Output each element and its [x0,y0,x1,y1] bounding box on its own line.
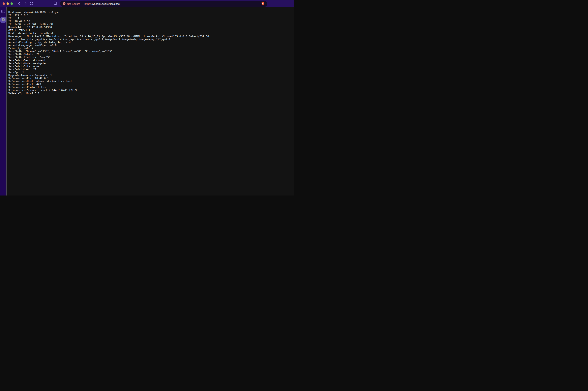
new-tab-button[interactable] [2,28,4,31]
forward-button[interactable] [23,1,28,6]
url-bar-right-controls [259,1,265,6]
sidebar-divider [0,25,6,25]
sidebar-panel-icon [1,10,5,14]
page-content: Hostname: whoami-76c9859cfc-2rgxz IP: 12… [7,7,294,196]
bookmark-icon [54,1,57,6]
back-icon [17,1,21,6]
reload-icon [30,1,33,6]
response-text: Hostname: whoami-76c9859cfc-2rgxz IP: 12… [7,11,294,95]
url-bar[interactable]: Not Secure https://whoami.docker.localho… [60,1,267,7]
url-scheme: https [84,2,90,5]
url-scheme-separator: :// [90,2,92,5]
plus-icon [2,28,4,31]
globe-icon [1,18,5,22]
forward-icon [24,1,27,6]
window-controls [2,2,13,5]
url-text: https://whoami.docker.localhost [84,2,120,5]
close-window-button[interactable] [2,2,5,5]
url-bar-divider [259,2,259,5]
vertical-tab-sidebar [0,7,6,196]
bookmark-panel-button[interactable] [53,1,57,6]
sidebar-toggle-button[interactable] [1,10,5,14]
browser-toolbar: Not Secure https://whoami.docker.localho… [0,0,294,7]
back-button[interactable] [17,1,22,6]
brave-lion-icon [261,1,265,6]
site-security-chip[interactable]: Not Secure [63,2,80,5]
minimize-window-button[interactable] [6,2,9,5]
not-secure-icon [63,2,66,5]
zoom-window-button[interactable] [10,2,13,5]
main-area: Hostname: whoami-76c9859cfc-2rgxz IP: 12… [0,7,294,196]
not-secure-label: Not Secure [67,2,80,5]
reload-button[interactable] [29,1,34,6]
brave-shields-button[interactable] [261,1,265,6]
browser-window: Not Secure https://whoami.docker.localho… [0,0,294,196]
url-host: whoami.docker.localhost [92,2,120,5]
active-tab-tile[interactable] [0,17,6,23]
